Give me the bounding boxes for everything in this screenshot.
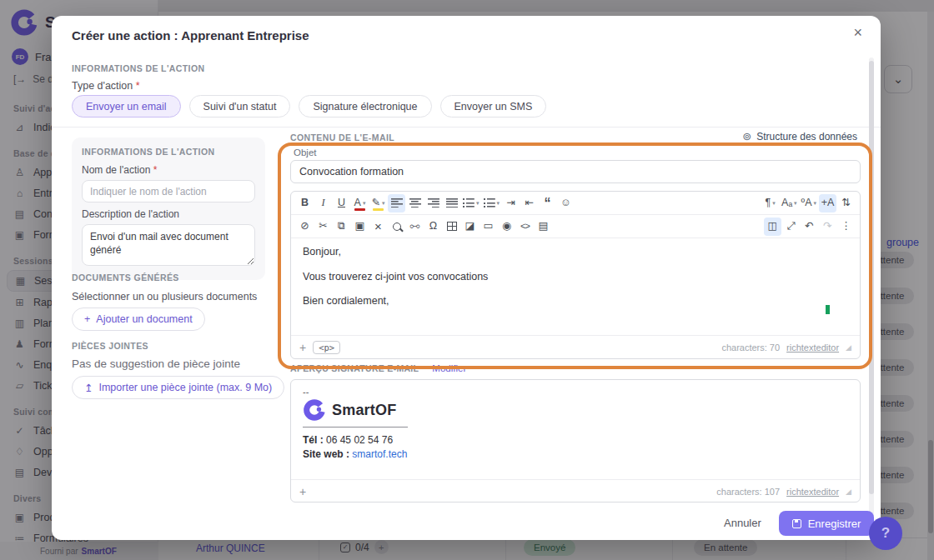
ordered-list-icon	[463, 198, 475, 208]
font-color-button[interactable]: A	[351, 194, 369, 212]
indent-button[interactable]: ⇥	[502, 194, 520, 212]
bold-button[interactable]: B	[296, 194, 314, 212]
redo-button[interactable]: ↷	[819, 218, 836, 236]
plus-icon: +	[84, 313, 90, 325]
outdent-button[interactable]: ⇤	[520, 194, 538, 212]
link-button[interactable]: ⧟	[406, 218, 424, 236]
emoji-button[interactable]: ☺	[557, 194, 575, 212]
text-case-button[interactable]: ºA	[800, 194, 818, 212]
fullscreen-button[interactable]: ⤢	[782, 218, 800, 236]
cancel-button[interactable]: Annuler	[724, 517, 761, 529]
upload-icon: ↥	[84, 382, 93, 394]
dialog-title: Créer une action : Apprenant Entreprise	[72, 28, 309, 42]
bullet-list-button[interactable]	[482, 194, 502, 212]
dialog-scrollbar[interactable]	[869, 58, 874, 521]
display-block-button[interactable]: ◫	[764, 218, 781, 236]
highlight-button[interactable]: ✎	[369, 194, 387, 212]
type-option-statut[interactable]: Suivi d'un statut	[189, 95, 291, 118]
name-label: Nom de l'action *	[82, 164, 255, 176]
source-code-button[interactable]: <>	[516, 218, 534, 236]
underline-button[interactable]: U	[333, 194, 350, 212]
type-option-sms[interactable]: Envoyer un SMS	[440, 95, 547, 118]
resize-grip-icon[interactable]: ◢	[846, 488, 851, 496]
autocomplete-button[interactable]: +A	[819, 194, 836, 212]
resize-grip-icon[interactable]: ◢	[846, 343, 851, 352]
type-option-signature[interactable]: Signature électronique	[299, 95, 431, 118]
action-type-options: Envoyer un email Suivi d'un statut Signa…	[72, 95, 546, 118]
delete-button[interactable]: ×	[369, 218, 387, 236]
signature-logo: SmartOF	[303, 398, 848, 422]
add-block-button[interactable]: +	[299, 485, 306, 498]
form-section-label: INFORMATIONS DE L'ACTION	[82, 147, 255, 157]
align-center-icon	[409, 198, 421, 208]
more-button[interactable]: ⋮	[837, 218, 855, 236]
preview-button[interactable]: ◉	[498, 218, 515, 236]
info-section-label: INFORMATIONS DE L'ACTION	[72, 63, 204, 73]
signature-editor: -- SmartOF Tél : 06 45 02 54 76 Site web…	[290, 379, 861, 502]
italic-button[interactable]: I	[314, 194, 332, 212]
description-label: Description de l'action	[82, 208, 255, 220]
show-blocks-button[interactable]: ▤	[535, 218, 552, 236]
help-button[interactable]: ?	[869, 517, 902, 550]
line-height-button[interactable]: ⇅	[837, 194, 855, 212]
add-document-label: Ajouter un document	[96, 313, 192, 325]
insert-image-button[interactable]: ◪	[461, 218, 479, 236]
richtexteditor-link[interactable]: richtexteditor	[786, 342, 839, 352]
import-attachment-button[interactable]: ↥ Importer une pièce jointe (max. 9 Mo)	[72, 376, 284, 399]
required-mark: *	[136, 80, 140, 92]
attachments-empty-text: Pas de suggestion de pièce jointe	[72, 358, 240, 370]
align-justify-icon	[446, 198, 458, 208]
action-name-input[interactable]	[82, 180, 255, 202]
align-justify-button[interactable]	[443, 194, 460, 212]
align-left-button[interactable]	[388, 194, 405, 212]
close-icon[interactable]: ×	[853, 24, 862, 42]
insert-table-button[interactable]	[443, 218, 460, 236]
screen: SmartOF FD François [→ Se déconnecter Su…	[0, 0, 934, 560]
align-right-button[interactable]	[424, 194, 442, 212]
remove-format-button[interactable]: ⊘	[296, 218, 314, 236]
dialog-scrollbar-thumb[interactable]	[869, 61, 874, 494]
signature-divider	[303, 427, 408, 428]
attachments-section-label: PIÈCES JOINTES	[72, 341, 148, 351]
character-count: characters: 107	[716, 487, 780, 497]
font-size-button[interactable]: Aₐ	[780, 194, 799, 212]
data-structure-label: Structure des données	[756, 131, 857, 142]
required-mark: *	[153, 164, 158, 176]
add-document-button[interactable]: + Ajouter un document	[72, 308, 205, 331]
find-button[interactable]	[388, 218, 405, 236]
copy-button[interactable]: ⧉	[333, 218, 350, 236]
paste-button[interactable]: ▣	[351, 218, 369, 236]
body-line: Bonjour,	[303, 246, 848, 259]
undo-button[interactable]: ↶	[801, 218, 818, 236]
website-link[interactable]: smartof.tech	[352, 448, 407, 460]
signature-phone: Tél : 06 45 02 54 76	[303, 434, 848, 446]
ordered-list-button[interactable]	[461, 194, 481, 212]
signature-brand-text: SmartOF	[332, 402, 396, 419]
element-path-tag[interactable]: <p>	[313, 341, 340, 354]
editor-toolbar-insert: ⊘ ✂ ⧉ ▣ × ⧟ Ω ◪ ▭ ◉ <> ▤ ◫ ⤢ ↶ ↷ ⋮	[291, 215, 860, 238]
blockquote-button[interactable]: “	[539, 194, 556, 212]
signature-edit-link[interactable]: Modifier	[432, 363, 466, 373]
save-label: Enregistrer	[808, 518, 861, 530]
type-option-email[interactable]: Envoyer un email	[72, 95, 181, 118]
cut-button[interactable]: ✂	[314, 218, 332, 236]
email-body-content[interactable]: Bonjour, Vous trouverez ci-joint vos con…	[291, 238, 860, 335]
email-body-editor: B I U A ✎ ⇥ ⇤ “ ☺ ¶ Aₐ ºA +A ⇅	[290, 191, 861, 359]
align-center-button[interactable]	[406, 194, 424, 212]
richtexteditor-link[interactable]: richtexteditor	[786, 487, 839, 497]
paragraph-format-button[interactable]: ¶	[761, 194, 779, 212]
subject-input[interactable]	[290, 160, 861, 183]
bullet-list-icon	[484, 198, 495, 208]
insert-media-button[interactable]: ▭	[480, 218, 497, 236]
action-description-textarea[interactable]: Envoi d'un mail avec document généré	[82, 224, 255, 266]
data-structure-link[interactable]: ⊚ Structure des données	[742, 130, 857, 142]
target-icon: ⊚	[742, 130, 751, 142]
special-character-button[interactable]: Ω	[424, 218, 442, 236]
save-button[interactable]: Enregistrer	[779, 511, 874, 536]
add-block-button[interactable]: +	[299, 341, 306, 354]
signature-content[interactable]: -- SmartOF Tél : 06 45 02 54 76 Site web…	[291, 380, 860, 479]
collaborator-cursor	[826, 305, 830, 314]
subject-label: Objet	[294, 148, 317, 158]
body-line: Vous trouverez ci-joint vos convocations	[303, 271, 848, 284]
save-icon	[792, 519, 801, 528]
